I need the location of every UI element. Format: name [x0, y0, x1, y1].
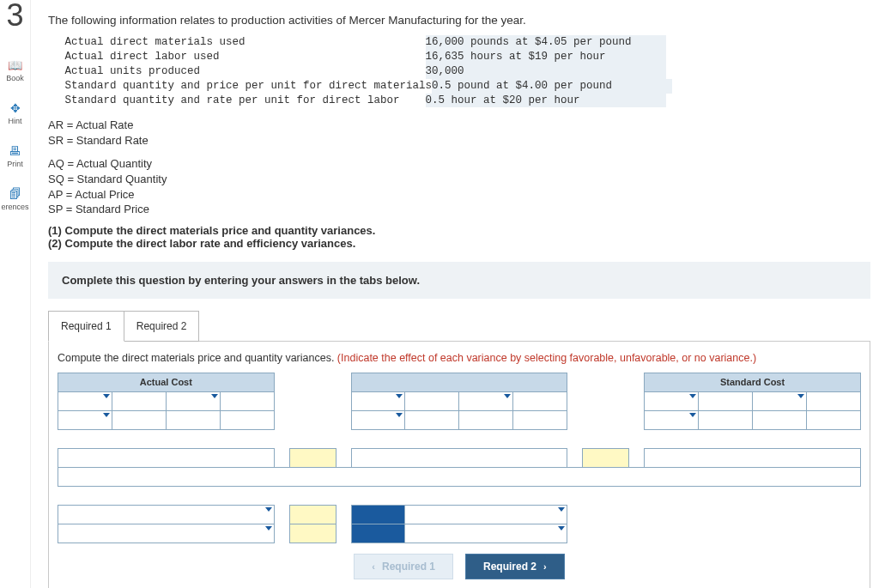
- next-button-label: Required 2: [483, 561, 536, 573]
- input-cell[interactable]: [351, 410, 405, 429]
- header-actual-cost: Actual Cost: [58, 373, 275, 391]
- main-content: The following information relates to pro…: [31, 0, 879, 588]
- input-cell[interactable]: [459, 410, 513, 429]
- input-cell[interactable]: [699, 410, 753, 429]
- input-cell[interactable]: [220, 391, 274, 410]
- header-middle: [351, 373, 567, 391]
- intro-text: The following information relates to pro…: [48, 14, 879, 27]
- input-cell[interactable]: [166, 391, 220, 410]
- input-cell[interactable]: [58, 448, 275, 467]
- computed-cell: [289, 524, 336, 543]
- nav-buttons: ‹ Required 1 Required 2 ›: [58, 554, 861, 579]
- prompt-text: Compute the direct materials price and q…: [58, 352, 337, 364]
- book-icon: 📖: [7, 58, 22, 72]
- next-button[interactable]: Required 2 ›: [465, 554, 565, 579]
- task-list: (1) Compute the direct materials price a…: [48, 224, 879, 250]
- sidebar-item-label: Print: [7, 160, 23, 168]
- sidebar-item-references[interactable]: 🗐 erences: [1, 187, 28, 211]
- prompt-hint-text: (Indicate the effect of each variance by…: [337, 352, 756, 364]
- tab-required-2[interactable]: Required 2: [124, 311, 200, 342]
- input-cell[interactable]: [405, 524, 567, 543]
- prev-button-label: Required 1: [382, 561, 435, 573]
- input-cell[interactable]: [220, 410, 274, 429]
- task-2: (2) Compute the direct labor rate and ef…: [48, 237, 355, 250]
- input-cell[interactable]: [351, 448, 567, 467]
- input-cell[interactable]: [806, 410, 860, 429]
- input-cell[interactable]: [645, 391, 699, 410]
- task-1: (1) Compute the direct materials price a…: [48, 224, 375, 237]
- input-cell[interactable]: [166, 410, 220, 429]
- sidebar-item-book[interactable]: 📖 Book: [6, 58, 24, 82]
- tab-panel-required-1: Compute the direct materials price and q…: [48, 341, 870, 588]
- input-cell[interactable]: [58, 410, 112, 429]
- chevron-right-icon: ›: [543, 561, 547, 572]
- tab-required-1[interactable]: Required 1: [48, 311, 124, 342]
- computed-cell: [289, 505, 336, 524]
- input-cell[interactable]: [112, 391, 166, 410]
- computed-cell: [289, 448, 336, 467]
- input-cell[interactable]: [58, 391, 112, 410]
- input-cell[interactable]: [112, 410, 166, 429]
- sidebar-item-print[interactable]: 🖶 Print: [7, 144, 23, 168]
- input-cell[interactable]: [405, 410, 459, 429]
- legend-block-2: AQ = Actual QuantitySQ = Standard Quanti…: [48, 156, 879, 216]
- panel-prompt: Compute the direct materials price and q…: [58, 352, 861, 364]
- prev-button: ‹ Required 1: [354, 554, 453, 579]
- input-cell[interactable]: [645, 448, 861, 467]
- locked-cell: [351, 505, 405, 524]
- sidebar: 3 📖 Book ✥ Hint 🖶 Print 🗐 erences: [0, 0, 31, 588]
- locked-cell: [351, 524, 405, 543]
- input-cell[interactable]: [58, 505, 275, 524]
- chevron-left-icon: ‹: [372, 561, 375, 572]
- sidebar-item-hint[interactable]: ✥ Hint: [8, 101, 23, 125]
- input-cell[interactable]: [806, 391, 860, 410]
- question-number: 3: [6, 0, 23, 31]
- sidebar-item-label: erences: [1, 203, 28, 211]
- input-cell[interactable]: [513, 410, 567, 429]
- input-cell[interactable]: [405, 505, 567, 524]
- input-cell[interactable]: [645, 410, 699, 429]
- sidebar-item-label: Book: [6, 74, 24, 82]
- input-cell-wide[interactable]: [58, 467, 861, 486]
- variance-table: Actual Cost Standard Cost: [58, 373, 861, 543]
- input-cell[interactable]: [699, 391, 753, 410]
- computed-cell: [583, 448, 629, 467]
- input-cell[interactable]: [459, 391, 513, 410]
- input-cell[interactable]: [405, 391, 459, 410]
- sidebar-item-label: Hint: [8, 117, 21, 125]
- input-cell[interactable]: [58, 524, 275, 543]
- header-standard-cost: Standard Cost: [645, 373, 861, 391]
- tab-bar: Required 1 Required 2: [48, 311, 879, 342]
- input-cell[interactable]: [752, 410, 806, 429]
- input-cell[interactable]: [513, 391, 567, 410]
- input-cell[interactable]: [752, 391, 806, 410]
- input-cell[interactable]: [351, 391, 405, 410]
- legend-block-1: AR = Actual RateSR = Standard Rate: [48, 118, 879, 148]
- references-icon: 🗐: [8, 187, 23, 201]
- hint-icon: ✥: [8, 101, 23, 115]
- data-table: Actual direct materials used 16,000 poun…: [58, 35, 879, 107]
- print-icon: 🖶: [7, 144, 22, 158]
- instruction-banner: Complete this question by entering your …: [48, 262, 870, 299]
